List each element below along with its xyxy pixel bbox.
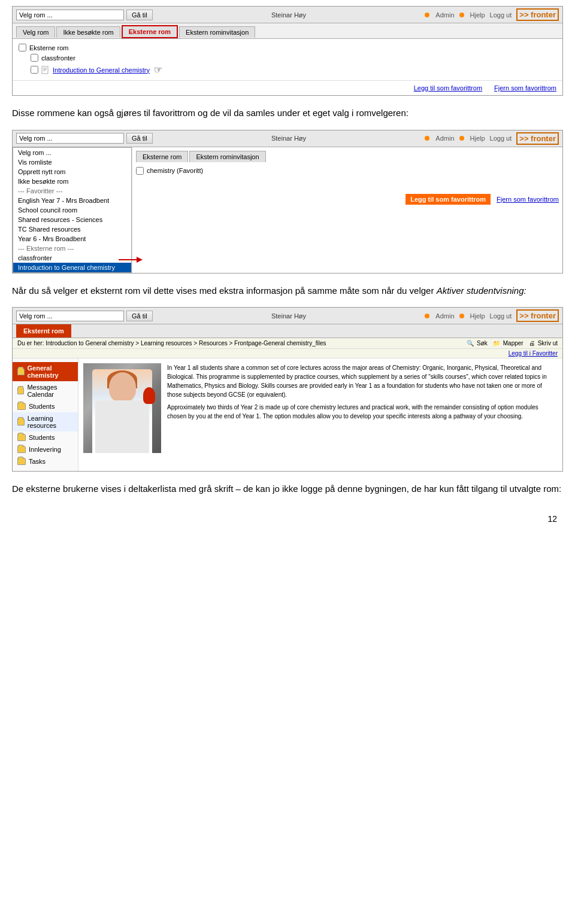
admin-label-3[interactable]: Admin <box>435 312 454 320</box>
goto-label-1: Gå til <box>132 11 147 19</box>
checkbox-intro-chem[interactable] <box>31 66 38 74</box>
sidebar-label-4: Students <box>29 434 55 441</box>
admin-dot-2 <box>425 136 429 141</box>
screenshot-3: Gå til Steinar Høy Admin Hjelp Logg ut >… <box>12 307 563 472</box>
goto-button-3[interactable]: Gå til <box>126 311 153 321</box>
dd-vis-romliste[interactable]: Vis romliste <box>13 157 131 167</box>
paragraph-3: De eksterne brukerne vises i deltakerlis… <box>12 482 563 496</box>
logout-label-1[interactable]: Logg ut <box>490 11 512 19</box>
checkbox-1[interactable] <box>19 44 26 51</box>
add-fav-link-3[interactable]: Legg til i Favoritter <box>509 350 558 357</box>
folder-icon-5 <box>17 434 26 441</box>
goto-button-1[interactable]: Gå til <box>126 10 153 20</box>
mapper-label-3[interactable]: Mapper <box>503 340 523 346</box>
sidebar-students-1[interactable]: Students <box>13 400 78 412</box>
fronter-logo-2: >> fronter <box>516 132 559 145</box>
dd-tc-shared[interactable]: TC Shared resources <box>13 224 131 234</box>
dd-intro-chem[interactable]: Introduction to General chemistry <box>13 263 131 272</box>
add-fav-btn-2[interactable]: Legg til som favorittrom <box>405 194 491 205</box>
breadcrumb-bar-3: Du er her: Introduction to General chemi… <box>13 338 562 349</box>
folder-icon-3 <box>17 403 26 410</box>
search-label-3[interactable]: Søk <box>477 340 488 346</box>
folder-icon-4 <box>17 418 25 425</box>
dd-opprett[interactable]: Opprett nytt rom <box>13 167 131 177</box>
topbar-right-2: Admin Hjelp Logg ut >> fronter <box>425 132 559 145</box>
sidebar-label-5: Innlevering <box>29 446 61 453</box>
add-fav-link-1[interactable]: Legg til som favorittrom <box>414 84 482 92</box>
remove-fav-link-2[interactable]: Fjern som favorittrom <box>497 196 559 203</box>
dd-classfronter[interactable]: classfronter <box>13 253 131 263</box>
dd-school-council[interactable]: School council room <box>13 205 131 215</box>
help-dot-1 <box>459 13 464 17</box>
checkbox-chem-fav[interactable] <box>136 167 144 175</box>
help-label-1[interactable]: Hjelp <box>470 11 485 19</box>
print-icon-3: 🖨 <box>529 340 535 346</box>
screenshot-2: Gå til Steinar Høy Admin Hjelp Logg ut >… <box>12 130 563 273</box>
remove-fav-link-1[interactable]: Fjern som favorittrom <box>494 84 556 92</box>
dd-english-y7[interactable]: English Year 7 - Mrs Broadbent <box>13 196 131 205</box>
skriv-label-3[interactable]: Skriv ut <box>538 340 558 346</box>
username-2: Steinar Høy <box>271 135 306 142</box>
dd-shared-sciences[interactable]: Shared resources - Sciences <box>13 215 131 224</box>
help-dot-3 <box>459 314 464 318</box>
ss2-subtabs: Eksterne rom Ekstern rominvitasjon <box>136 151 559 162</box>
ss3-sidebar: General chemistry Messages Calendar Stud… <box>13 358 78 471</box>
help-label-3[interactable]: Hjelp <box>470 312 485 320</box>
room-select-3[interactable] <box>16 311 124 321</box>
admin-label-1[interactable]: Admin <box>435 11 454 19</box>
ss3-para1: In Year 1 all students share a common se… <box>167 363 558 399</box>
tab-ekstern-invitasjon-1[interactable]: Ekstern rominvitasjon <box>179 26 255 38</box>
topbar-right-3: Admin Hjelp Logg ut >> fronter <box>425 309 559 322</box>
chemistry-fav-label: chemistry (Favoritt) <box>147 167 203 174</box>
topbar-left-1: Gå til <box>16 10 153 20</box>
dd-fav-divider: --- Favoritter --- <box>13 186 131 196</box>
fav-link-bar: Legg til i Favoritter <box>13 349 562 358</box>
dd-velg-rom[interactable]: Velg rom ... <box>13 148 131 157</box>
person-shape <box>92 369 152 453</box>
room-select-1[interactable] <box>16 10 124 20</box>
tab-eksterne-rom-1[interactable]: Eksterne rom <box>122 25 178 38</box>
admin-label-2[interactable]: Admin <box>435 135 454 142</box>
dd-year6[interactable]: Year 6 - Mrs Broadbent <box>13 234 131 244</box>
head-shape <box>109 372 136 402</box>
sidebar-students-2[interactable]: Students <box>13 431 78 443</box>
tab-velg-rom-1[interactable]: Velg rom <box>16 26 55 38</box>
screenshot2-main: Velg rom ... Vis romliste Opprett nytt r… <box>13 147 562 273</box>
sidebar-general-chem[interactable]: General chemistry <box>13 362 78 381</box>
intro-chem-link[interactable]: Introduction to General chemistry <box>53 66 150 74</box>
screenshot-1: Gå til Steinar Høy Admin Hjelp Logg ut >… <box>12 6 563 96</box>
page-number: 12 <box>12 514 563 524</box>
bottom-actions-1: Legg til som favorittrom Fjern som favor… <box>13 80 562 95</box>
tab-ikke-besokte-1[interactable]: Ikke besøkte rom <box>56 26 120 38</box>
sidebar-learning[interactable]: Learning resources <box>13 412 78 431</box>
logout-label-2[interactable]: Logg ut <box>490 135 512 142</box>
dd-ikke-besokte[interactable]: Ikke besøkte rom <box>13 177 131 186</box>
ss3-para2: Approximately two thirds of Year 2 is ma… <box>167 403 558 421</box>
logout-label-3[interactable]: Logg ut <box>490 312 512 320</box>
sidebar-innlevering[interactable]: Innlevering <box>13 443 78 455</box>
goto-label-3: Gå til <box>132 312 147 320</box>
dropdown-menu-2: Velg rom ... Vis romliste Opprett nytt r… <box>13 147 132 273</box>
admin-dot-3 <box>425 314 429 318</box>
breadcrumb-3: Du er her: Introduction to General chemi… <box>17 340 326 346</box>
nav-tabs-1: Velg rom Ikke besøkte rom Eksterne rom E… <box>13 23 562 39</box>
svg-marker-5 <box>137 257 143 263</box>
checkbox-classfronter[interactable] <box>31 54 38 62</box>
topbar-2: Gå til Steinar Høy Admin Hjelp Logg ut >… <box>13 130 562 147</box>
topbar-1: Gå til Steinar Høy Admin Hjelp Logg ut >… <box>13 7 562 23</box>
ss3-content-area: In Year 1 all students share a common se… <box>78 358 562 471</box>
row-intro-chemistry: Introduction to General chemistry ☞ <box>19 63 556 77</box>
active-ext-tab[interactable]: Eksternt rom <box>16 324 71 338</box>
goto-button-2[interactable]: Gå til <box>126 133 153 144</box>
sidebar-label-0: General chemistry <box>28 364 73 379</box>
tab-ext-invite-2[interactable]: Ekstern rominvitasjon <box>189 151 265 162</box>
tab-ext-rom-2[interactable]: Eksterne rom <box>136 151 188 162</box>
help-label-2[interactable]: Hjelp <box>470 135 485 142</box>
room-select-2[interactable] <box>16 133 124 144</box>
sidebar-tasks[interactable]: Tasks <box>13 455 78 467</box>
goto-label-2: Gå til <box>132 135 147 142</box>
coat-shape <box>95 400 149 453</box>
sidebar-messages[interactable]: Messages Calendar <box>13 381 78 400</box>
sidebar-label-2: Students <box>29 403 55 410</box>
svg-rect-0 <box>42 66 48 74</box>
